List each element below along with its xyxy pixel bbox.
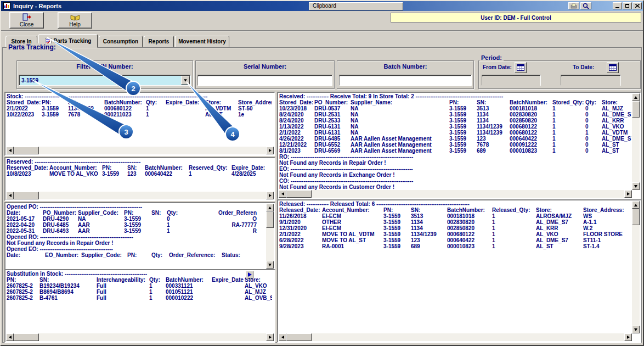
table-row[interactable]: 2/1/20223-15591134/12390006801221AL_VDTM… bbox=[5, 105, 274, 111]
opened-ro-section-title: Opened RO: -----------------------------… bbox=[5, 234, 274, 240]
table-row[interactable]: 10/23/2018DRU-0537NA3-155935130001810181… bbox=[278, 105, 640, 111]
pn-filter-dropdown-button[interactable] bbox=[181, 76, 190, 85]
table-row[interactable]: 2021-05-17DRU-4290NA3-15590O bbox=[5, 216, 274, 222]
scrollbar-thumb[interactable] bbox=[14, 333, 39, 341]
received-table: Stored_Date:PO_Number:Supplier_Name:PN:S… bbox=[278, 99, 640, 154]
from-date-calendar-button[interactable] bbox=[515, 62, 527, 73]
table-cell: 689 bbox=[476, 148, 509, 154]
scroll-left-button[interactable] bbox=[6, 192, 14, 199]
scroll-up-button[interactable] bbox=[632, 93, 640, 101]
from-date-input[interactable] bbox=[482, 76, 540, 86]
scrollbar-track[interactable] bbox=[266, 211, 274, 261]
table-row[interactable]: 2607825-2B8694/B8694Full1001051121AL_MJZ bbox=[5, 289, 274, 295]
scrollbar-track[interactable] bbox=[14, 192, 266, 199]
help-toolbar-button[interactable]: Help bbox=[58, 12, 92, 29]
table-row[interactable]: 2022-04-20DRU-6485AAR3-15591RA-77777 bbox=[5, 222, 274, 228]
table-row[interactable]: 6/28/2022MOVE TO AL_ST3-1559123000640422… bbox=[278, 237, 640, 243]
table-row[interactable]: 12/21/2022DRU-6552AAR Aallen Asset Manag… bbox=[278, 142, 640, 148]
table-header-cell: Reserved_Qty: bbox=[188, 165, 230, 171]
table-header-cell: PN: bbox=[5, 277, 38, 283]
table-row[interactable]: 2/1/2022DRU-6131NA3-15591134/12390006801… bbox=[278, 130, 640, 136]
scroll-left-button[interactable] bbox=[6, 147, 14, 154]
released-vertical-scrollbar[interactable] bbox=[632, 201, 640, 333]
reserved-horizontal-scrollbar[interactable] bbox=[6, 192, 274, 199]
substitution-horizontal-scrollbar[interactable] bbox=[6, 333, 274, 341]
table-cell: 1 bbox=[551, 111, 584, 118]
scrollbar-track[interactable] bbox=[632, 209, 640, 326]
minimize-button[interactable] bbox=[613, 2, 622, 9]
restore-button[interactable] bbox=[623, 2, 632, 9]
table-row[interactable]: 10/22/20233-155976780002110231AL_ST1e bbox=[5, 111, 274, 118]
scroll-down-button[interactable] bbox=[266, 261, 274, 269]
scroll-right-button[interactable] bbox=[266, 147, 274, 154]
scrollbar-thumb[interactable] bbox=[632, 101, 640, 118]
tab-consumption[interactable]: Consumption bbox=[99, 36, 143, 47]
scrollbar-track[interactable] bbox=[14, 147, 266, 154]
scroll-right-button[interactable] bbox=[624, 333, 632, 341]
table-row[interactable]: 10/8/2023MOVE TO AL_VKO3-155912300064042… bbox=[5, 171, 274, 177]
scroll-left-button[interactable] bbox=[6, 333, 14, 341]
scrollbar-track[interactable] bbox=[14, 333, 266, 341]
pn-filter-value: 3-1559 bbox=[19, 77, 181, 83]
clipboard-panel[interactable]: Clipboard bbox=[309, 2, 403, 10]
scroll-down-button[interactable] bbox=[632, 326, 640, 333]
table-cell: DRU-2531 bbox=[313, 111, 349, 118]
scrollbar-track[interactable] bbox=[286, 190, 624, 198]
table-row[interactable]: 12/31/2020EI-ECM3-155911340028508201AL_K… bbox=[278, 225, 640, 231]
table-row[interactable]: 2607825-2B19234/B19234Full1000331121AL_V… bbox=[5, 283, 274, 289]
serial-number-input[interactable] bbox=[198, 76, 332, 86]
scroll-right-button[interactable] bbox=[266, 333, 274, 341]
to-date-calendar-button[interactable] bbox=[607, 62, 619, 73]
scroll-right-button[interactable] bbox=[624, 190, 632, 198]
scroll-up-button[interactable] bbox=[266, 204, 274, 211]
pn-filter-combobox[interactable]: 3-1559 bbox=[19, 75, 191, 86]
scrollbar-track[interactable] bbox=[632, 101, 640, 182]
scrollbar-thumb[interactable] bbox=[266, 211, 274, 228]
table-cell: 000010222 bbox=[165, 295, 211, 301]
table-row[interactable]: 2/1/2022MOVE TO AL_VDTM3-15591134/123900… bbox=[278, 231, 640, 237]
scrollbar-track[interactable] bbox=[286, 333, 624, 341]
table-row[interactable]: 4/26/2022DRU-6485AAR Aallen Asset Manage… bbox=[278, 136, 640, 142]
scrollbar-thumb[interactable] bbox=[286, 333, 312, 341]
scroll-right-button[interactable] bbox=[266, 192, 274, 199]
table-cell: EI-ECM bbox=[321, 213, 382, 219]
table-row[interactable]: 11/26/2018EI-ECM3-155935130001810181ALRO… bbox=[278, 213, 640, 219]
preview-button[interactable] bbox=[580, 2, 591, 9]
table-row[interactable]: 8/24/2020DRU-2531NA3-1559113400283082010… bbox=[278, 111, 640, 118]
close-toolbar-button[interactable]: Close bbox=[9, 12, 44, 29]
scrollbar-thumb[interactable] bbox=[632, 209, 640, 225]
batch-number-input[interactable] bbox=[340, 76, 471, 86]
table-row[interactable]: 9/1/2020OTHER3-155911340028308201AL_DME_… bbox=[278, 219, 640, 225]
stock-horizontal-scrollbar[interactable] bbox=[6, 147, 274, 154]
table-header-cell: Expire_Date: bbox=[230, 165, 272, 171]
opened-po-vertical-scrollbar[interactable] bbox=[266, 204, 274, 269]
table-row[interactable]: 2022-05-31DRU-6493AAR3-15591R bbox=[5, 228, 274, 234]
table-cell: MOVE TO AL_VDTM bbox=[321, 231, 382, 237]
to-date-input[interactable] bbox=[561, 76, 620, 86]
print-button[interactable] bbox=[568, 2, 579, 9]
released-horizontal-scrollbar[interactable] bbox=[279, 333, 632, 341]
scroll-up-button[interactable] bbox=[632, 201, 640, 209]
table-cell: 1134 bbox=[410, 225, 446, 231]
scrollbar-thumb[interactable] bbox=[286, 190, 312, 198]
scrollbar-thumb[interactable] bbox=[14, 147, 39, 154]
table-row[interactable]: 9/28/2023RA-00013-15596890000108231AL_ST… bbox=[278, 243, 640, 249]
table-row[interactable]: 2607825-2B-4761Full1000010222AL_OVB_S7 bbox=[5, 295, 274, 301]
table-row[interactable]: 8/24/2020DRU-2533NA3-1559113400285082010… bbox=[278, 118, 640, 124]
tab-movement-history[interactable]: Movement History bbox=[175, 36, 229, 47]
table-cell: MOVE TO AL_VKO bbox=[48, 171, 101, 177]
table-row[interactable]: 8/1/2023DRU-6569AAR Aallen Asset Managem… bbox=[278, 148, 640, 154]
table-cell: 8/24/2020 bbox=[278, 111, 313, 118]
received-vertical-scrollbar[interactable] bbox=[632, 93, 640, 190]
table-cell: 000091222 bbox=[509, 142, 551, 148]
table-cell: MOVE TO AL_ST bbox=[321, 237, 382, 243]
table-row[interactable]: 1/13/2022DRU-6131NA3-15591134/1239000680… bbox=[278, 124, 640, 130]
tab-reports[interactable]: Reports bbox=[144, 36, 174, 47]
received-horizontal-scrollbar[interactable] bbox=[279, 190, 632, 198]
scroll-left-button[interactable] bbox=[279, 190, 286, 198]
substitution-expand-button[interactable] bbox=[246, 271, 253, 278]
scroll-left-button[interactable] bbox=[279, 333, 286, 341]
close-window-button[interactable] bbox=[632, 2, 642, 9]
scroll-down-button[interactable] bbox=[632, 182, 640, 190]
scrollbar-thumb[interactable] bbox=[14, 192, 39, 199]
